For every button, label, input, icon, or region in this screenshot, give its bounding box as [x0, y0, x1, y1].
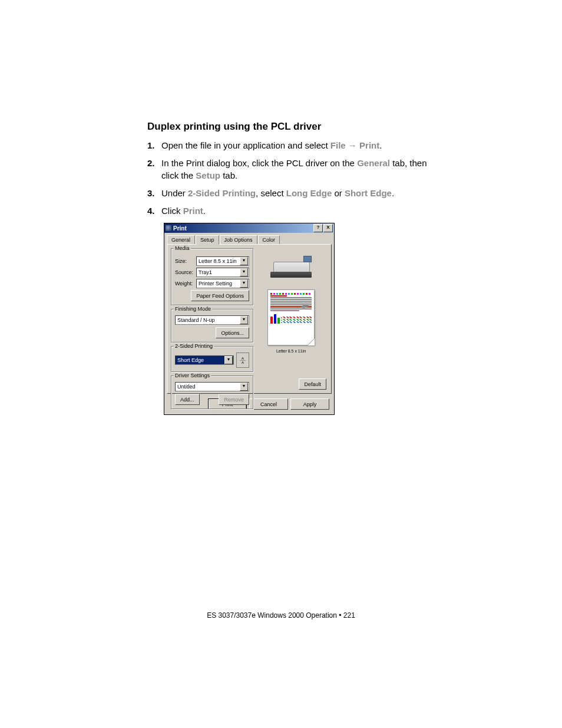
tab-joboptions[interactable]: Job Options — [220, 235, 257, 244]
add-button[interactable]: Add... — [175, 394, 200, 405]
printer-illustration — [267, 253, 315, 282]
print-dialog: Print ? X General Setup Job Options Colo… — [164, 223, 335, 415]
duplex-group: 2-Sided Printing Short Edge▼ AA — [171, 346, 253, 372]
step-1: 1. Open the file in your application and… — [147, 140, 444, 151]
step-text: Under — [161, 188, 188, 198]
tab-general[interactable]: General — [167, 235, 195, 244]
chevron-down-icon: ▼ — [240, 257, 248, 265]
app-icon — [166, 225, 171, 231]
tab-strip: General Setup Job Options Color — [164, 233, 334, 244]
source-label: Source: — [175, 269, 194, 275]
weight-dropdown[interactable]: Printer Setting▼ — [196, 279, 249, 288]
section-heading: Duplex printing using the PCL driver — [147, 121, 444, 133]
step-text: , select — [256, 188, 286, 198]
finishing-legend: Finishing Mode — [174, 306, 212, 312]
step-num: 1. — [147, 140, 161, 151]
weight-label: Weight: — [175, 281, 194, 286]
step-text: . — [203, 206, 206, 216]
size-dropdown[interactable]: Letter 8.5 x 11in▼ — [196, 256, 249, 266]
source-dropdown[interactable]: Tray1▼ — [196, 268, 249, 277]
step-3: 3. Under 2-Sided Printing, select Long E… — [147, 187, 444, 199]
finishing-options-button[interactable]: Options... — [216, 327, 249, 338]
menu-print: Print — [359, 140, 379, 150]
cancel-button[interactable]: Cancel — [249, 398, 288, 410]
titlebar: Print ? X — [164, 223, 334, 233]
finishing-dropdown[interactable]: Standard / N-up▼ — [175, 315, 249, 325]
duplex-legend: 2-Sided Printing — [174, 343, 214, 349]
tab-general-ref: General — [357, 158, 390, 168]
paper-feed-options-button[interactable]: Paper Feed Options — [191, 290, 249, 301]
tab-color[interactable]: Color — [258, 235, 280, 244]
close-button[interactable]: X — [323, 224, 333, 232]
duplex-dropdown[interactable]: Short Edge▼ — [175, 355, 234, 365]
page-footer: ES 3037/3037e Windows 2000 Operation • 2… — [0, 611, 562, 620]
dialog-title: Print — [173, 225, 187, 232]
media-group: Media Size: Letter 8.5 x 11in▼ Source: T… — [171, 248, 253, 305]
step-num: 2. — [147, 157, 161, 182]
page-curl-icon — [308, 338, 315, 345]
step-text: . — [379, 140, 382, 150]
driver-settings-dropdown[interactable]: Untitled▼ — [175, 382, 249, 391]
driver-legend: Driver Settings — [174, 373, 211, 378]
help-button[interactable]: ? — [313, 224, 323, 232]
apply-button[interactable]: Apply — [290, 398, 329, 410]
step-text: Open the file in your application and se… — [161, 140, 330, 150]
default-button[interactable]: Default — [299, 378, 326, 390]
size-label: Size: — [175, 258, 194, 264]
chevron-down-icon: ▼ — [240, 279, 248, 288]
option-longedge-ref: Long Edge — [286, 188, 332, 198]
step-2: 2. In the Print dialog box, click the PC… — [147, 157, 444, 182]
btn-print-ref: Print — [183, 206, 203, 216]
page-preview — [267, 289, 315, 345]
step-text: Click — [161, 206, 183, 216]
bird-icon — [300, 302, 310, 310]
media-legend: Media — [174, 245, 191, 251]
chevron-down-icon: ▼ — [240, 268, 248, 276]
step-4: 4. Click Print. — [147, 205, 444, 217]
option-shortedge-ref: Short Edge — [345, 188, 392, 198]
finishing-group: Finishing Mode Standard / N-up▼ Options.… — [171, 309, 253, 342]
chevron-down-icon: ▼ — [240, 316, 248, 324]
duplex-preview-icon: AA — [236, 353, 249, 368]
menu-file: File — [330, 140, 346, 150]
step-num: 4. — [147, 205, 161, 217]
tab-setup-ref: Setup — [196, 170, 220, 180]
option-2sided-ref: 2-Sided Printing — [188, 188, 256, 198]
chevron-down-icon: ▼ — [240, 383, 248, 391]
preview-caption: Letter 8.5 x 11in — [262, 349, 320, 353]
step-text: . — [392, 188, 394, 198]
tab-panel-setup: Media Size: Letter 8.5 x 11in▼ Source: T… — [167, 244, 332, 394]
step-num: 3. — [147, 187, 161, 199]
step-text: tab. — [220, 170, 237, 180]
chevron-down-icon: ▼ — [224, 356, 233, 364]
driver-settings-group: Driver Settings Untitled▼ Add... Remove — [171, 375, 253, 409]
step-text: In the Print dialog box, click the PCL d… — [161, 158, 357, 168]
step-text: or — [332, 188, 345, 198]
tab-setup[interactable]: Setup — [196, 235, 219, 245]
remove-button: Remove — [219, 394, 249, 405]
arrow-icon: → — [346, 140, 359, 150]
